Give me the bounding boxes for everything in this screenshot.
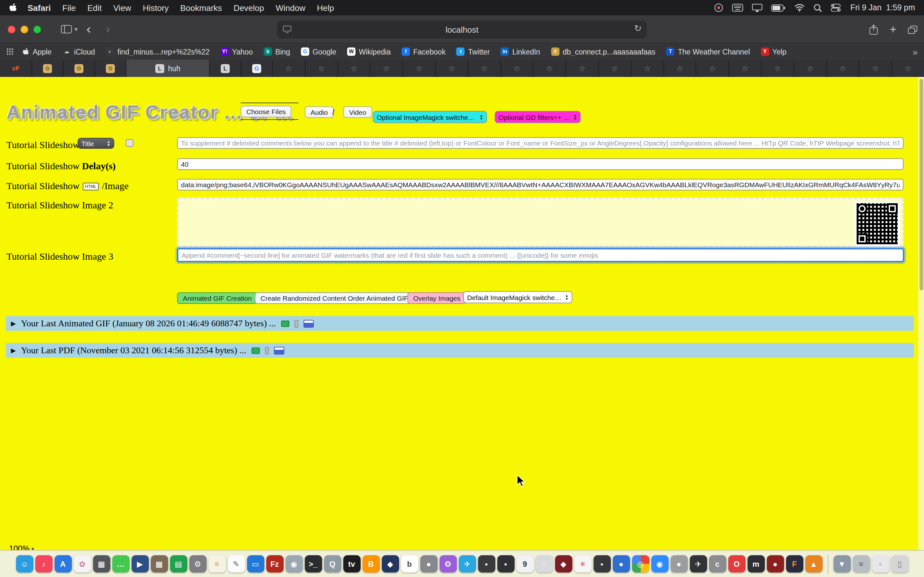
dock-podcasts[interactable]: ʘ [439,555,457,572]
bookmark-linkedin[interactable]: inLinkedIn [501,47,540,56]
scrollbar-thumb[interactable] [919,79,923,290]
empty-tab[interactable]: ☆ [402,60,435,77]
menu-develop[interactable]: Develop [228,3,270,13]
dock-gray-circle-app[interactable]: ● [420,555,437,572]
spotlight-search-icon[interactable] [809,0,827,15]
dock-bear[interactable]: b [401,555,418,572]
menu-clock[interactable]: Fri 9 Jan 1:59 pm [845,3,918,12]
gif-chip-icon[interactable] [251,347,260,354]
dock-firefox[interactable]: F [786,555,803,572]
minimize-window-button[interactable] [21,25,28,33]
bookmark-twitter[interactable]: tTwitter [457,47,490,56]
sidebar-icon[interactable] [58,21,74,37]
sidebar-chevron-icon[interactable]: ▾ [74,26,78,33]
menu-extra-badge-icon[interactable] [710,0,728,15]
tab[interactable]: ⚙ [94,60,126,77]
last-animated-gif-expander[interactable]: ▶ Your Last Animated GIF (January 08 202… [6,316,914,331]
animated-gif-creation-button[interactable]: Animated GIF Creation [177,292,258,304]
empty-tab[interactable]: ☆ [891,60,924,77]
slideshow-image-data-input[interactable] [177,179,903,190]
slideshow-delay-input[interactable] [177,158,903,170]
dock-filezilla[interactable]: Fz [266,555,283,572]
screen-mirroring-icon[interactable] [748,0,767,15]
dock-music[interactable]: ♪ [35,555,52,572]
gif-chip-icon[interactable] [281,320,289,327]
zoom-level-control[interactable]: 100% ▾ [9,544,34,550]
empty-tab[interactable]: ☆ [370,60,403,77]
dock-chrome[interactable]: ◎ [632,555,649,572]
bookmark-facebook[interactable]: fFacebook [402,47,446,56]
reload-icon[interactable]: ↻ [634,23,642,33]
slideshow-checkbox[interactable] [126,139,134,147]
dock-maps[interactable]: ▶ [131,555,149,572]
page-scrollbar[interactable] [918,77,924,550]
tab[interactable]: ⚙ [31,60,63,77]
dock-mono-app[interactable]: m [747,555,764,572]
menu-view[interactable]: View [107,3,137,13]
dock-nine-app[interactable]: 9 [516,555,533,572]
dock-vlc[interactable]: ▲ [805,555,822,572]
eject-icon[interactable] [265,347,268,354]
dock-mission-control[interactable]: ▦ [93,555,110,572]
dock-numbers[interactable]: ▤ [170,555,187,572]
dock-cog-app[interactable]: c [709,555,726,572]
dock-white-app[interactable]: ✳ [574,555,591,572]
menu-safari[interactable]: Safari [22,3,57,13]
empty-tab[interactable]: ☆ [500,60,533,77]
empty-tab[interactable]: ☆ [663,60,696,77]
empty-tab[interactable]: ☆ [598,60,631,77]
dock-blue-app[interactable]: ● [612,555,630,572]
tab[interactable]: L [209,60,241,77]
dock-preview[interactable]: ◉ [285,555,302,572]
empty-tab[interactable]: ☆ [272,60,305,77]
dock-launchpad[interactable]: ▩ [150,555,168,572]
empty-tab[interactable]: ☆ [761,60,794,77]
menu-edit[interactable]: Edit [81,3,107,13]
slideshow-title-select[interactable]: Title ▲▼ [78,138,114,149]
dock-dark-red-app[interactable]: ◆ [555,555,572,572]
overlay-images-button[interactable]: Overlay Images [407,292,466,304]
tab[interactable]: cP [0,60,31,77]
dock-books[interactable]: B [362,555,380,572]
dock-minimized-window[interactable]: ▫ [872,555,889,572]
audio-button[interactable]: Audio [305,106,334,118]
dock-light-app[interactable]: ▫ [535,555,553,572]
tab[interactable]: ⚙ [63,60,94,77]
dock-opera[interactable]: O [728,555,745,572]
dock-dark-red-app-2[interactable]: ● [766,555,784,572]
empty-tab[interactable]: ☆ [631,60,664,77]
dock-gray-circle-app-2[interactable]: ● [670,555,688,572]
media-card-icon[interactable] [274,347,284,354]
fullscreen-window-button[interactable] [33,25,41,33]
menu-help[interactable]: Help [311,3,340,13]
menu-window[interactable]: Window [270,3,311,13]
dock-telegram[interactable]: ✈ [459,555,476,572]
bookmark-bing[interactable]: bBing [264,47,290,56]
dock-keynote[interactable]: ▭ [247,555,264,572]
image3-comment-input[interactable] [177,248,904,262]
bookmark-yahoo[interactable]: Y!Yahoo [220,47,253,56]
dock-finder[interactable]: ☺ [16,555,33,572]
dock-navy-app[interactable]: ◆ [381,555,399,572]
image2-drop-area[interactable] [177,197,903,247]
dock-zoom[interactable]: ◉ [651,555,668,572]
empty-tab[interactable]: ☆ [533,60,565,77]
choose-files-button[interactable]: Choose Files [241,106,292,117]
dock-paper-plane-app[interactable]: ✈ [690,555,707,572]
file-input[interactable]: Choose Files [241,103,298,120]
share-icon[interactable] [870,24,878,35]
bookmark-icloud[interactable]: ☁iCloud [63,47,95,56]
eject-icon[interactable] [294,319,298,327]
tab-overview-icon[interactable] [908,25,918,34]
dock-trash[interactable]: ▯ [891,555,908,572]
imagemagick-switches-select[interactable]: Optional ImageMagick switches ... ▲▼ [373,111,487,123]
empty-tab[interactable]: ☆ [826,60,859,77]
dock-app-store[interactable]: A [54,555,71,572]
bookmark-find-minus-rep-22s-22[interactable]: ◐find_minus....rep+%22s%22 [106,47,210,56]
dock-dark-app[interactable]: ▪ [478,555,495,572]
empty-tab[interactable]: ☆ [728,60,761,77]
dock-quicktime[interactable]: Q [324,555,341,572]
default-imagemagick-select[interactable]: Default ImageMagick switches ... ▲▼ [463,291,572,303]
dock-photos[interactable]: ✿ [73,555,91,572]
dock-downloads-folder[interactable]: ▼ [833,555,851,572]
